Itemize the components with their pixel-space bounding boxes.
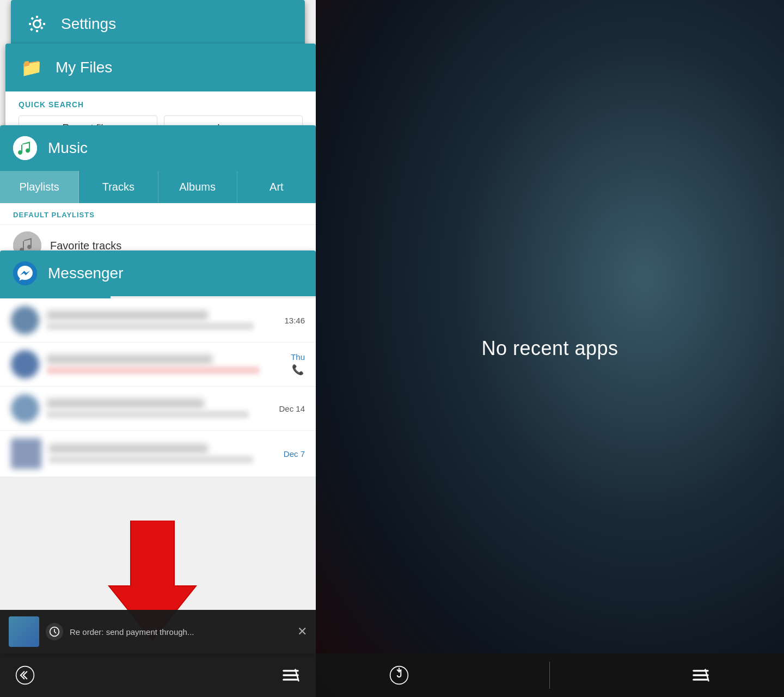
message-preview-2 bbox=[47, 366, 260, 374]
svg-point-6 bbox=[16, 667, 34, 684]
message-body-3 bbox=[47, 399, 271, 418]
messenger-card[interactable]: Messenger 13:46 bbox=[0, 250, 316, 653]
message-body-1 bbox=[47, 310, 277, 330]
message-body-4 bbox=[49, 444, 276, 463]
avatar-2 bbox=[11, 350, 39, 378]
music-icon bbox=[13, 136, 37, 160]
settings-icon bbox=[24, 11, 50, 37]
close-all-button[interactable] bbox=[274, 659, 307, 692]
message-time-2: Thu bbox=[291, 352, 305, 362]
right-panel: No recent apps bbox=[316, 0, 784, 697]
svg-rect-9 bbox=[283, 679, 298, 681]
avatar-1 bbox=[11, 306, 39, 334]
messenger-icon bbox=[13, 261, 37, 285]
message-preview-4 bbox=[49, 456, 253, 463]
bottom-nav-left bbox=[0, 653, 316, 697]
settings-card[interactable]: Settings bbox=[11, 0, 305, 48]
message-preview-1 bbox=[47, 322, 254, 330]
message-item-1[interactable]: 13:46 bbox=[0, 298, 316, 343]
message-time-1: 13:46 bbox=[284, 316, 305, 325]
messenger-messages: 13:46 Thu 📞 D bbox=[0, 298, 316, 477]
settings-title: Settings bbox=[61, 15, 116, 33]
message-name-4 bbox=[49, 444, 208, 454]
svg-point-0 bbox=[25, 12, 49, 36]
messenger-title: Messenger bbox=[48, 265, 124, 282]
no-recent-apps-text: No recent apps bbox=[481, 337, 618, 360]
notification-bar: Re order: send payment through... ✕ bbox=[0, 610, 316, 653]
tab-albums[interactable]: Albums bbox=[158, 171, 237, 203]
message-name-3 bbox=[47, 399, 204, 408]
right-back-button[interactable] bbox=[383, 659, 415, 692]
myfiles-title: My Files bbox=[56, 59, 112, 76]
notification-message: Re order: send payment through... bbox=[70, 627, 291, 637]
bottom-nav-right bbox=[316, 653, 784, 697]
svg-point-1 bbox=[13, 136, 37, 160]
message-item-3[interactable]: Dec 14 bbox=[0, 387, 316, 431]
close-notification-icon[interactable]: ✕ bbox=[297, 625, 307, 639]
message-preview-3 bbox=[47, 411, 249, 418]
message-time-4: Dec 7 bbox=[284, 449, 305, 458]
tab-tracks[interactable]: Tracks bbox=[79, 171, 158, 203]
quick-search-label: QUICK SEARCH bbox=[19, 100, 303, 109]
message-name-2 bbox=[47, 354, 212, 364]
music-title: Music bbox=[48, 139, 88, 157]
right-menu-button[interactable] bbox=[684, 659, 717, 692]
settings-header[interactable]: Settings bbox=[11, 0, 305, 48]
myfiles-header[interactable]: 📁 My Files bbox=[5, 44, 316, 91]
message-time-3: Dec 14 bbox=[279, 404, 305, 413]
message-item-4[interactable]: Dec 7 bbox=[0, 431, 316, 477]
avatar-3 bbox=[11, 394, 39, 423]
message-item-2[interactable]: Thu 📞 bbox=[0, 343, 316, 387]
svg-point-3 bbox=[13, 261, 37, 285]
left-back-button[interactable] bbox=[9, 659, 41, 692]
notif-image bbox=[9, 616, 39, 647]
music-header[interactable]: Music bbox=[0, 125, 316, 171]
left-panel: Settings 📁 My Files QUICK SEARCH Recent … bbox=[0, 0, 316, 697]
music-tabs: Playlists Tracks Albums Art bbox=[0, 171, 316, 203]
clock-icon bbox=[46, 623, 63, 640]
tab-playlists[interactable]: Playlists bbox=[0, 171, 79, 203]
svg-rect-14 bbox=[693, 679, 708, 681]
bottom-nav-bar bbox=[0, 653, 784, 697]
avatar-4 bbox=[11, 438, 41, 469]
message-name-1 bbox=[47, 310, 208, 320]
missed-call-icon: 📞 bbox=[292, 364, 305, 377]
messenger-header[interactable]: Messenger bbox=[0, 250, 316, 296]
message-body-2 bbox=[47, 354, 283, 374]
folder-icon: 📁 bbox=[19, 54, 45, 81]
tab-artists[interactable]: Art bbox=[237, 171, 316, 203]
music-card[interactable]: Music Playlists Tracks Albums Art DEFAUL… bbox=[0, 125, 316, 266]
nav-divider bbox=[549, 662, 550, 689]
default-playlists-label: DEFAULT PLAYLISTS bbox=[0, 203, 316, 224]
